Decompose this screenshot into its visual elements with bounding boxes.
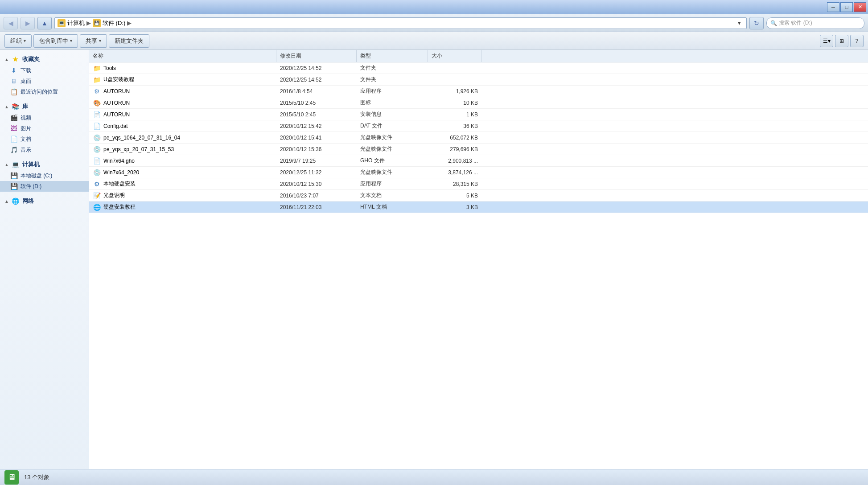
file-name: pe_yqs_1064_20_07_31_16_04 bbox=[103, 135, 180, 141]
computer-label: 计算机 bbox=[22, 160, 40, 169]
file-col-date: 2020/10/12 15:41 bbox=[276, 132, 357, 143]
sidebar-item-image[interactable]: 🖼 图片 bbox=[0, 123, 89, 134]
layout-button[interactable]: ⊞ bbox=[835, 35, 848, 47]
sidebar-header-computer[interactable]: ▲ 💻 计算机 bbox=[0, 159, 89, 170]
file-col-size: 2,900,813 ... bbox=[428, 155, 481, 166]
maximize-button[interactable]: □ bbox=[840, 2, 853, 12]
file-icon: 📄 bbox=[93, 157, 101, 165]
file-col-date: 2020/12/25 11:32 bbox=[276, 167, 357, 178]
back-button[interactable]: ◀ bbox=[4, 17, 18, 29]
up-button[interactable]: ▲ bbox=[37, 17, 52, 29]
file-col-date: 2020/12/25 14:52 bbox=[276, 74, 357, 85]
close-button[interactable]: ✕ bbox=[854, 2, 866, 12]
col-header-date[interactable]: 修改日期 bbox=[276, 50, 357, 62]
file-row[interactable]: 🎨 AUTORUN 2015/5/10 2:45 图标 10 KB bbox=[89, 97, 868, 109]
path-dropdown-button[interactable]: ▾ bbox=[735, 18, 744, 29]
file-col-size: 10 KB bbox=[428, 97, 481, 108]
file-col-date: 2020/12/25 14:52 bbox=[276, 62, 357, 74]
status-icon: 🖥 bbox=[4, 470, 19, 485]
file-col-type: 安装信息 bbox=[357, 109, 428, 120]
new-folder-label: 新建文件夹 bbox=[115, 37, 144, 45]
share-dropdown-icon: ▾ bbox=[99, 38, 101, 43]
file-name: Win7x64.gho bbox=[103, 158, 135, 164]
include-library-button[interactable]: 包含到库中 ▾ bbox=[33, 34, 78, 48]
file-col-size: 36 KB bbox=[428, 120, 481, 132]
col-header-size[interactable]: 大小 bbox=[428, 50, 481, 62]
view-button[interactable]: ☰ ▾ bbox=[820, 35, 833, 47]
file-col-size bbox=[428, 62, 481, 74]
file-row[interactable]: 🌐 硬盘安装教程 2016/11/21 22:03 HTML 文档 3 KB bbox=[89, 201, 868, 213]
library-icon: 📚 bbox=[12, 103, 20, 111]
expand-icon-library: ▲ bbox=[4, 104, 9, 109]
file-col-name: 📄 Config.dat bbox=[89, 120, 276, 132]
file-col-date: 2015/5/10 2:45 bbox=[276, 97, 357, 108]
sidebar-item-desktop[interactable]: 🖥 桌面 bbox=[0, 76, 89, 86]
file-row[interactable]: 📄 Config.dat 2020/10/12 15:42 DAT 文件 36 … bbox=[89, 120, 868, 132]
file-row[interactable]: 📁 Tools 2020/12/25 14:52 文件夹 bbox=[89, 62, 868, 74]
sidebar-item-document[interactable]: 📄 文档 bbox=[0, 134, 89, 144]
file-row[interactable]: ⚙ 本地硬盘安装 2020/10/12 15:30 应用程序 28,315 KB bbox=[89, 178, 868, 190]
file-row[interactable]: ⚙ AUTORUN 2016/1/8 4:54 应用程序 1,926 KB bbox=[89, 86, 868, 97]
sidebar-item-video[interactable]: 🎬 视频 bbox=[0, 112, 89, 123]
sidebar-header-library[interactable]: ▲ 📚 库 bbox=[0, 101, 89, 112]
file-col-date: 2016/11/21 22:03 bbox=[276, 201, 357, 213]
organize-button[interactable]: 组织 ▾ bbox=[4, 34, 32, 48]
address-path[interactable]: 💻 计算机 ▶ 💾 软件 (D:) ▶ ▾ bbox=[54, 17, 747, 29]
file-row[interactable]: 💿 Win7x64_2020 2020/12/25 11:32 光盘映像文件 3… bbox=[89, 167, 868, 178]
file-col-date: 2016/1/8 4:54 bbox=[276, 86, 357, 97]
image-label: 图片 bbox=[21, 125, 31, 132]
file-col-size: 652,072 KB bbox=[428, 132, 481, 143]
sidebar-item-recent[interactable]: 📋 最近访问的位置 bbox=[0, 86, 89, 97]
file-col-type: 光盘映像文件 bbox=[357, 132, 428, 143]
help-button[interactable]: ? bbox=[850, 35, 864, 47]
col-header-name[interactable]: 名称 bbox=[89, 50, 276, 62]
sidebar-item-music[interactable]: 🎵 音乐 bbox=[0, 144, 89, 155]
file-col-name: 💿 Win7x64_2020 bbox=[89, 167, 276, 178]
col-header-type[interactable]: 类型 bbox=[357, 50, 428, 62]
file-row[interactable]: 📄 AUTORUN 2015/5/10 2:45 安装信息 1 KB bbox=[89, 109, 868, 120]
toolbar: 组织 ▾ 包含到库中 ▾ 共享 ▾ 新建文件夹 ☰ ▾ ⊞ ? bbox=[0, 32, 868, 50]
file-icon: ⚙ bbox=[93, 180, 101, 188]
file-col-type: 文件夹 bbox=[357, 62, 428, 74]
search-box[interactable]: 🔍 搜索 软件 (D:) bbox=[766, 17, 864, 29]
refresh-button[interactable]: ↻ bbox=[749, 17, 764, 29]
file-col-type: HTML 文档 bbox=[357, 201, 428, 213]
sidebar-header-network[interactable]: ▲ 🌐 网络 bbox=[0, 195, 89, 207]
file-icon: ⚙ bbox=[93, 87, 101, 95]
file-col-name: 💿 pe_yqs_xp_20_07_31_15_53 bbox=[89, 144, 276, 155]
sidebar-header-favorites[interactable]: ▲ ★ 收藏夹 bbox=[0, 53, 89, 65]
file-row[interactable]: 💿 pe_yqs_1064_20_07_31_16_04 2020/10/12 … bbox=[89, 132, 868, 144]
minimize-button[interactable]: ─ bbox=[827, 2, 839, 12]
sidebar-item-local-c[interactable]: 💾 本地磁盘 (C:) bbox=[0, 170, 89, 181]
sidebar-item-local-d[interactable]: 💾 软件 (D:) bbox=[0, 181, 89, 192]
search-icon: 🔍 bbox=[770, 20, 777, 26]
sidebar: ▲ ★ 收藏夹 ⬇ 下载 🖥 桌面 📋 最近访问的位置 ▲ 📚 库 bbox=[0, 50, 89, 469]
computer-label: 计算机 bbox=[67, 19, 85, 27]
file-row[interactable]: 📁 U盘安装教程 2020/12/25 14:52 文件夹 bbox=[89, 74, 868, 86]
network-icon: 🌐 bbox=[12, 197, 20, 205]
share-button[interactable]: 共享 ▾ bbox=[80, 34, 107, 48]
file-col-name: 🎨 AUTORUN bbox=[89, 97, 276, 108]
file-row[interactable]: 💿 pe_yqs_xp_20_07_31_15_53 2020/10/12 15… bbox=[89, 144, 868, 155]
computer-icon: 💻 bbox=[58, 19, 66, 27]
forward-button[interactable]: ▶ bbox=[21, 17, 35, 29]
file-name: Tools bbox=[103, 65, 116, 71]
local-c-icon: 💾 bbox=[10, 172, 18, 180]
local-d-label: 软件 (D:) bbox=[21, 183, 41, 190]
local-c-label: 本地磁盘 (C:) bbox=[21, 172, 52, 180]
download-label: 下载 bbox=[21, 67, 31, 74]
titlebar-buttons: ─ □ ✕ bbox=[827, 2, 866, 12]
file-icon: 💿 bbox=[93, 145, 101, 153]
file-icon: 🎨 bbox=[93, 99, 101, 107]
file-row[interactable]: 📝 光盘说明 2016/10/23 7:07 文本文档 5 KB bbox=[89, 190, 868, 201]
network-label: 网络 bbox=[22, 197, 34, 205]
library-label: 库 bbox=[22, 103, 28, 111]
include-label: 包含到库中 bbox=[39, 37, 68, 45]
file-row[interactable]: 📄 Win7x64.gho 2019/9/7 19:25 GHO 文件 2,90… bbox=[89, 155, 868, 167]
sidebar-item-download[interactable]: ⬇ 下载 bbox=[0, 65, 89, 76]
new-folder-button[interactable]: 新建文件夹 bbox=[109, 34, 149, 48]
path-sep2: ▶ bbox=[127, 20, 132, 26]
file-col-date: 2016/10/23 7:07 bbox=[276, 190, 357, 201]
video-label: 视频 bbox=[21, 114, 31, 122]
file-col-type: 文本文档 bbox=[357, 190, 428, 201]
